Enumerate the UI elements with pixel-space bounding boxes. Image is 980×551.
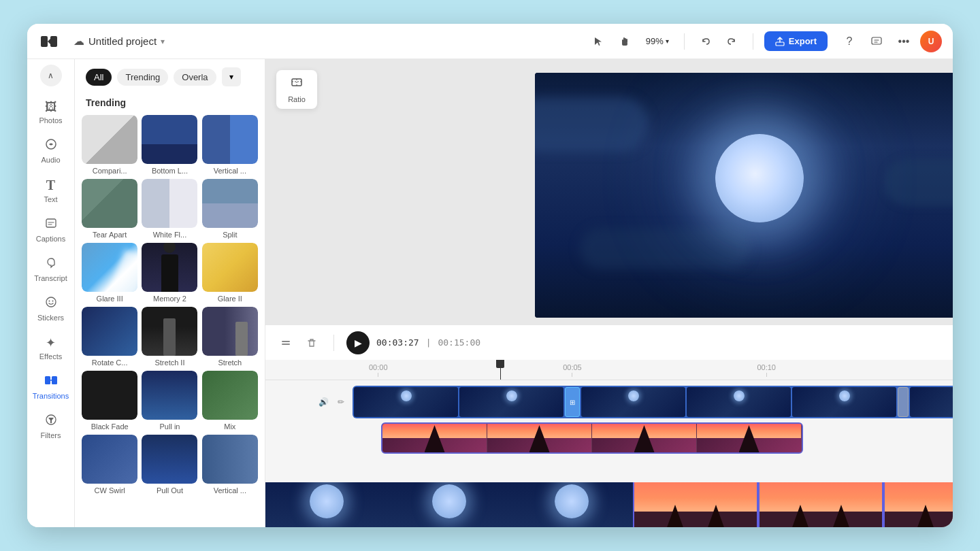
hand-tool[interactable] bbox=[615, 31, 636, 52]
transition-label: Memory 2 bbox=[142, 295, 197, 303]
video-frame-6 bbox=[910, 387, 953, 417]
track-controls: 🔊 ✏ bbox=[313, 395, 348, 410]
project-name-section: ☁ Untitled project ▾ bbox=[74, 35, 165, 48]
delete-button[interactable] bbox=[302, 333, 321, 352]
transition-item-tear[interactable]: Tear Apart bbox=[82, 179, 137, 239]
feedback-button[interactable] bbox=[866, 31, 887, 52]
add-track-button[interactable] bbox=[276, 333, 295, 352]
sidebar-item-captions-label: Captions bbox=[36, 235, 65, 243]
video-frame-4 bbox=[687, 387, 791, 417]
photos-icon: 🖼 bbox=[45, 100, 57, 114]
transition-item-split[interactable]: Split bbox=[202, 179, 258, 239]
transition-item-vertical[interactable]: Vertical ... bbox=[202, 115, 258, 175]
stickers-icon bbox=[45, 296, 57, 312]
transition-label: Pull Out bbox=[142, 486, 197, 495]
more-button[interactable]: ••• bbox=[893, 31, 915, 52]
sidebar-item-effects[interactable]: ✦ Effects bbox=[31, 330, 71, 366]
export-button[interactable]: Export bbox=[764, 31, 828, 51]
filmstrip-item-sunset-1 bbox=[634, 482, 757, 527]
text-icon: T bbox=[46, 178, 55, 193]
svg-point-12 bbox=[48, 301, 50, 302]
filter-dropdown-button[interactable]: ▾ bbox=[222, 67, 241, 86]
transition-label: Stretch bbox=[202, 358, 258, 367]
svg-rect-21 bbox=[282, 341, 290, 342]
sidebar-item-effects-label: Effects bbox=[39, 352, 62, 361]
transition-label: White Fl... bbox=[142, 231, 197, 239]
video-frame-2 bbox=[459, 387, 564, 417]
transition-item-rotatec[interactable]: Rotate C... bbox=[82, 307, 137, 367]
sidebar-item-transcript-label: Transcript bbox=[34, 274, 67, 282]
filter-all-button[interactable]: All bbox=[86, 69, 112, 86]
transition-item-glare2[interactable]: Glare II bbox=[202, 243, 258, 303]
sidebar-item-filters-label: Filters bbox=[41, 431, 61, 439]
sidebar-item-photos-label: Photos bbox=[39, 116, 62, 124]
transition-item-glare3[interactable]: Glare III bbox=[82, 243, 137, 303]
video-frame-5 bbox=[792, 387, 896, 417]
sidebar-item-stickers[interactable]: Stickers bbox=[31, 290, 71, 327]
filters-icon bbox=[45, 414, 57, 429]
topbar-tools: 99% ▾ Export ? bbox=[587, 31, 942, 52]
sidebar-item-text[interactable]: T Text bbox=[31, 172, 71, 209]
video-preview bbox=[535, 73, 953, 318]
transition-item-pullout[interactable]: Pull Out bbox=[142, 435, 197, 495]
sidebar-item-transcript[interactable]: Transcript bbox=[31, 251, 71, 288]
sidebar-item-transitions[interactable]: Transitions bbox=[31, 369, 71, 405]
transition-label: Rotate C... bbox=[82, 358, 137, 367]
transitions-grid: Compari... Bottom L... Vertical ... Tear… bbox=[75, 115, 265, 495]
undo-button[interactable] bbox=[696, 31, 717, 52]
moon-scene bbox=[535, 73, 953, 318]
sidebar-collapse-button[interactable]: ∧ bbox=[40, 65, 62, 86]
play-button[interactable]: ▶ bbox=[346, 331, 370, 354]
project-dropdown-icon[interactable]: ▾ bbox=[161, 37, 165, 46]
zoom-value: 99% bbox=[646, 36, 664, 46]
transition-item-bottom[interactable]: Bottom L... bbox=[142, 115, 197, 175]
transition-item-compare[interactable]: Compari... bbox=[82, 115, 137, 175]
track-edit-button[interactable]: ✏ bbox=[333, 395, 348, 410]
transition-item-stretch2[interactable]: Stretch II bbox=[142, 307, 197, 367]
ratio-label: Ratio bbox=[288, 95, 306, 103]
ratio-panel[interactable]: Ratio bbox=[276, 70, 317, 109]
svf-frame-4 bbox=[697, 424, 802, 452]
svf-frame-1 bbox=[382, 424, 487, 452]
sidebar-item-audio-label: Audio bbox=[41, 156, 60, 164]
timeline-area: 00:00 00:05 00:10 00:15 bbox=[265, 360, 953, 482]
transition-item-whiteflash[interactable]: White Fl... bbox=[142, 179, 197, 239]
transition-item-cwswirl[interactable]: CW Swirl bbox=[82, 435, 137, 495]
main-track-row: 🔊 ✏ ⊞ bbox=[313, 386, 953, 418]
sidebar-item-captions[interactable]: Captions bbox=[31, 212, 71, 248]
main-video-track[interactable]: ⊞ bbox=[353, 386, 953, 418]
transition-item-stretch[interactable]: Stretch bbox=[202, 307, 258, 367]
svg-rect-1 bbox=[50, 36, 57, 47]
filmstrip-item-2 bbox=[388, 482, 510, 527]
redo-button[interactable] bbox=[720, 31, 742, 52]
transition-label: Bottom L... bbox=[142, 167, 197, 175]
transition-label: Tear Apart bbox=[82, 231, 137, 239]
filter-overlays-button[interactable]: Overla bbox=[174, 69, 216, 86]
transition-item-pullin[interactable]: Pull in bbox=[142, 371, 197, 431]
ruler-mark-0: 00:00 bbox=[369, 363, 388, 377]
help-button[interactable]: ? bbox=[838, 31, 860, 52]
svg-rect-0 bbox=[41, 36, 48, 47]
sidebar-item-audio[interactable]: Audio bbox=[31, 133, 71, 169]
transition-item-mix[interactable]: Mix bbox=[202, 371, 258, 431]
sidebar-item-transitions-label: Transitions bbox=[33, 392, 69, 400]
track-volume-button[interactable]: 🔊 bbox=[316, 395, 331, 410]
preview-canvas: Ratio bbox=[265, 59, 953, 324]
svg-rect-10 bbox=[46, 219, 56, 227]
filter-trending-button[interactable]: Trending bbox=[117, 69, 168, 86]
zoom-control[interactable]: 99% ▾ bbox=[642, 33, 673, 49]
top-bar: ☁ Untitled project ▾ 99% ▾ bbox=[27, 24, 953, 59]
pointer-tool[interactable] bbox=[587, 31, 609, 52]
transition-label: CW Swirl bbox=[82, 486, 137, 495]
transition-item-vertlast[interactable]: Vertical ... bbox=[202, 435, 258, 495]
video-frame-3 bbox=[581, 387, 685, 417]
filmstrip-item-sunset-2 bbox=[760, 482, 882, 527]
sidebar-item-photos[interactable]: 🖼 Photos bbox=[31, 95, 71, 130]
sidebar-item-filters[interactable]: Filters bbox=[31, 408, 71, 445]
logo-button[interactable] bbox=[38, 31, 60, 52]
transition-item-memory2[interactable]: Memory 2 bbox=[142, 243, 197, 303]
transition-item-blackfade[interactable]: Black Fade bbox=[82, 371, 137, 431]
undo-redo-group bbox=[696, 31, 742, 52]
svg-point-11 bbox=[46, 297, 56, 307]
user-avatar[interactable]: U bbox=[920, 31, 942, 52]
